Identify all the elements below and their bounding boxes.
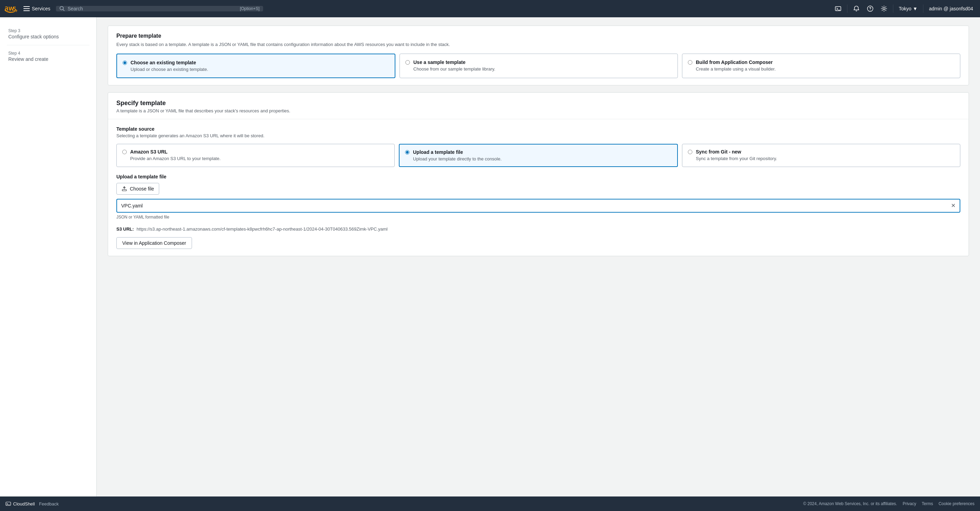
option-existing-text: Choose an existing template Upload or ch…	[130, 60, 208, 72]
cloudshell-nav-button[interactable]	[832, 2, 844, 15]
prepare-title: Prepare template	[116, 33, 960, 39]
choose-file-button[interactable]: Choose file	[116, 183, 159, 195]
template-source-label: Template source	[116, 126, 960, 132]
notifications-button[interactable]	[850, 2, 862, 15]
cookie-link[interactable]: Cookie preferences	[939, 501, 974, 506]
search-icon	[59, 6, 65, 11]
region-label: Tokyo	[899, 6, 912, 11]
view-composer-label: View in Application Composer	[122, 240, 186, 246]
source-options: Amazon S3 URL Provide an Amazon S3 URL t…	[116, 144, 960, 167]
view-composer-button[interactable]: View in Application Composer	[116, 237, 192, 249]
sidebar: Step 3 Configure stack options Step 4 Re…	[0, 17, 97, 497]
option-composer-title: Build from Application Composer	[696, 59, 776, 65]
specify-template-desc: A template is a JSON or YAML file that d…	[116, 108, 960, 113]
settings-button[interactable]	[878, 2, 890, 15]
help-button[interactable]	[864, 2, 877, 15]
terms-link[interactable]: Terms	[922, 501, 933, 506]
prepare-template-card: Prepare template Every stack is based on…	[108, 26, 969, 85]
prepare-desc: Every stack is based on a template. A te…	[116, 41, 960, 48]
hamburger-icon	[24, 6, 30, 11]
cloudshell-button[interactable]: CloudShell	[6, 501, 35, 506]
help-icon	[867, 5, 873, 12]
specify-template-title: Specify template	[116, 99, 960, 107]
terminal-icon	[835, 5, 842, 12]
privacy-link[interactable]: Privacy	[903, 501, 916, 506]
option-sample-template[interactable]: Use a sample template Choose from our sa…	[399, 54, 678, 78]
gear-icon	[881, 5, 888, 12]
source-s3url-title: Amazon S3 URL	[130, 149, 221, 155]
source-s3url-radio[interactable]	[122, 150, 127, 154]
step-divider	[7, 45, 89, 45]
source-s3url-text: Amazon S3 URL Provide an Amazon S3 URL t…	[130, 149, 221, 161]
bottom-left: CloudShell Feedback	[6, 501, 59, 506]
option-existing-title: Choose an existing template	[130, 60, 208, 65]
source-upload-desc: Upload your template directly to the con…	[413, 156, 502, 161]
nav-icons: Tokyo ▼ admin @ jasonfsd04	[832, 2, 976, 15]
option-existing-radio[interactable]	[123, 61, 127, 65]
search-input[interactable]	[68, 6, 237, 11]
file-clear-button[interactable]: ✕	[947, 200, 959, 212]
copyright-text: © 2024, Amazon Web Services, Inc. or its…	[803, 501, 897, 506]
sidebar-step4: Step 4 Review and create	[0, 47, 96, 66]
nav-divider-2	[893, 5, 893, 13]
services-label: Services	[32, 6, 51, 11]
search-bar: [Option+S]	[56, 6, 263, 11]
option-sample-text: Use a sample template Choose from our sa…	[413, 59, 495, 72]
bell-icon	[853, 5, 860, 12]
svg-point-5	[870, 10, 870, 11]
source-s3url[interactable]: Amazon S3 URL Provide an Amazon S3 URL t…	[116, 144, 395, 167]
source-upload[interactable]: Upload a template file Upload your templ…	[399, 144, 678, 167]
source-upload-title: Upload a template file	[413, 149, 502, 155]
top-navigation: Services [Option+S]	[0, 0, 980, 17]
option-composer-desc: Create a template using a visual builder…	[696, 66, 776, 72]
upload-label: Upload a template file	[116, 174, 960, 179]
services-button[interactable]: Services	[21, 5, 53, 13]
s3-url-key: S3 URL:	[116, 227, 134, 232]
option-composer-text: Build from Application Composer Create a…	[696, 59, 776, 72]
region-selector[interactable]: Tokyo ▼	[896, 5, 920, 13]
file-format-hint: JSON or YAML formatted file	[116, 215, 960, 220]
bottom-bar: CloudShell Feedback © 2024, Amazon Web S…	[0, 497, 980, 511]
source-git-desc: Sync a template from your Git repository…	[696, 156, 777, 161]
cloudshell-label: CloudShell	[13, 501, 35, 506]
option-composer-radio[interactable]	[688, 60, 692, 65]
option-sample-title: Use a sample template	[413, 59, 495, 65]
search-shortcut: [Option+S]	[240, 6, 260, 11]
template-options: Choose an existing template Upload or ch…	[116, 54, 960, 78]
s3-url-value: https://s3.ap-northeast-1.amazonaws.com/…	[137, 227, 388, 232]
specify-template-body: Template source Selecting a template gen…	[108, 119, 969, 256]
template-source-sublabel: Selecting a template generates an Amazon…	[116, 133, 960, 138]
user-menu[interactable]: admin @ jasonfsd04	[926, 5, 976, 13]
option-composer-template[interactable]: Build from Application Composer Create a…	[682, 54, 960, 78]
source-upload-radio[interactable]	[405, 150, 410, 155]
specify-template-card: Specify template A template is a JSON or…	[108, 92, 969, 256]
option-existing-desc: Upload or choose an existing template.	[130, 67, 208, 72]
main-wrapper: Step 3 Configure stack options Step 4 Re…	[0, 17, 980, 497]
aws-logo	[4, 4, 18, 13]
option-sample-desc: Choose from our sample template library.	[413, 66, 495, 72]
svg-line-1	[63, 10, 64, 11]
svg-point-6	[883, 8, 885, 10]
source-git[interactable]: Sync from Git - new Sync a template from…	[682, 144, 960, 167]
step4-title: Review and create	[8, 56, 89, 62]
option-sample-radio[interactable]	[406, 60, 410, 65]
nav-divider-3	[923, 5, 923, 13]
feedback-button[interactable]: Feedback	[39, 501, 59, 506]
option-existing-template[interactable]: Choose an existing template Upload or ch…	[116, 54, 395, 78]
region-arrow: ▼	[913, 6, 918, 11]
bottom-right: © 2024, Amazon Web Services, Inc. or its…	[803, 501, 974, 506]
main-content: Prepare template Every stack is based on…	[97, 17, 980, 497]
file-input-row: VPC.yaml ✕	[116, 199, 960, 212]
upload-icon	[122, 186, 127, 192]
source-git-text: Sync from Git - new Sync a template from…	[696, 149, 777, 161]
svg-rect-7	[122, 190, 126, 191]
step4-label: Step 4	[8, 51, 89, 56]
file-input-value: VPC.yaml	[117, 200, 947, 212]
step3-label: Step 3	[8, 28, 89, 33]
cloudshell-icon	[6, 501, 11, 506]
specify-template-header: Specify template A template is a JSON or…	[108, 93, 969, 119]
choose-file-label: Choose file	[130, 186, 154, 192]
step3-title: Configure stack options	[8, 34, 89, 40]
source-git-radio[interactable]	[688, 150, 692, 154]
s3-url-row: S3 URL: https://s3.ap-northeast-1.amazon…	[116, 227, 960, 232]
